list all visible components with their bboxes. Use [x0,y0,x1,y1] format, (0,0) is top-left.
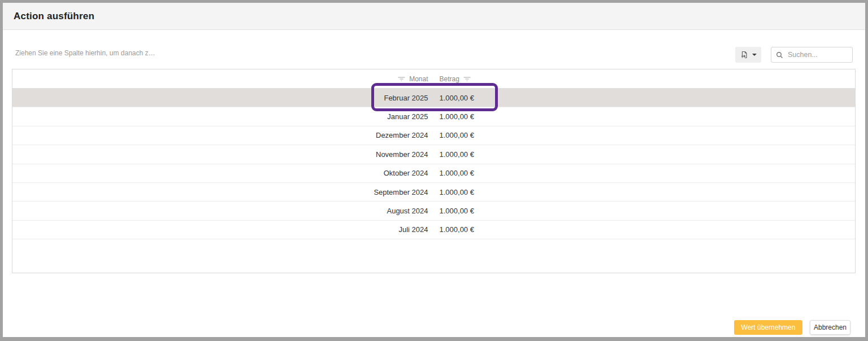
group-panel-hint: Ziehen Sie eine Spalte hierhin, um danac… [15,49,155,57]
table-row[interactable]: August 2024 1.000,00 € [12,202,855,220]
header-filter-icon[interactable] [463,76,471,82]
table-row[interactable]: September 2024 1.000,00 € [12,183,855,202]
search-icon [776,51,783,59]
grid-body: Februar 2025 1.000,00 € Januar 2025 1.00… [12,89,855,239]
export-button[interactable] [735,47,761,63]
table-row[interactable]: Oktober 2024 1.000,00 € [12,164,855,183]
cell-betrag: 1.000,00 € [434,112,856,121]
search-box[interactable] [771,47,853,63]
header-filter-icon[interactable] [398,76,405,82]
cell-monat: Dezember 2024 [12,131,434,139]
export-file-icon [740,50,749,59]
title-bar: Action ausführen [3,3,865,30]
table-row[interactable]: Februar 2025 1.000,00 € [12,89,855,107]
cancel-button[interactable]: Abbrechen [810,320,850,335]
table-row[interactable]: Dezember 2024 1.000,00 € [12,126,855,145]
column-header-label: Betrag [440,75,459,83]
apply-value-button[interactable]: Wert übernehmen [734,320,802,335]
grid-header-row: Monat Betrag [12,69,855,89]
cell-monat: August 2024 [12,207,434,215]
cell-betrag: 1.000,00 € [434,225,856,234]
cell-betrag: 1.000,00 € [434,94,856,102]
cell-betrag: 1.000,00 € [434,131,856,139]
data-grid: Monat Betrag Februar 2025 1.000,00 € Jan… [12,69,856,273]
chevron-down-icon [752,54,757,56]
cell-monat: Februar 2025 [12,94,434,102]
search-input[interactable] [787,50,848,59]
cell-betrag: 1.000,00 € [434,150,856,159]
column-header-label: Monat [409,75,428,83]
cell-monat: Juli 2024 [12,225,434,234]
table-row[interactable]: November 2024 1.000,00 € [12,145,855,164]
cell-monat: November 2024 [12,150,434,159]
cell-monat: September 2024 [12,188,434,196]
cell-betrag: 1.000,00 € [434,169,856,177]
page-title: Action ausführen [14,3,94,29]
column-header-monat[interactable]: Monat [12,75,434,83]
table-row[interactable]: Januar 2025 1.000,00 € [12,107,855,126]
cell-betrag: 1.000,00 € [434,188,856,196]
table-row[interactable]: Juli 2024 1.000,00 € [12,221,855,239]
cell-monat: Oktober 2024 [12,169,434,177]
cell-monat: Januar 2025 [12,112,434,121]
cell-betrag: 1.000,00 € [434,207,856,215]
column-header-betrag[interactable]: Betrag [434,75,856,83]
